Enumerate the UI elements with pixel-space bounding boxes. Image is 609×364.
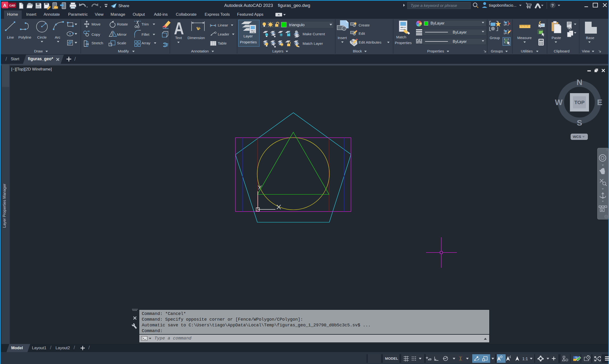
svg-text:TOP: TOP <box>574 100 585 105</box>
svg-text:E: E <box>597 98 603 107</box>
svg-text:S: S <box>577 118 582 127</box>
svg-text:1:1: 1:1 <box>522 357 528 361</box>
svg-text:N: N <box>577 78 583 87</box>
svg-text:W: W <box>555 98 563 107</box>
